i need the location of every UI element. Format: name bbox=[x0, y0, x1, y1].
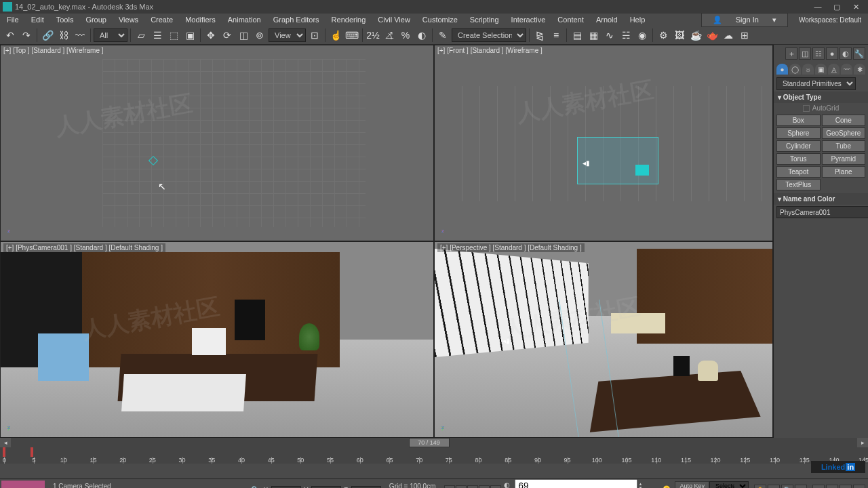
menu-help[interactable]: Help bbox=[625, 14, 651, 25]
menu-graph-editors[interactable]: Graph Editors bbox=[268, 14, 325, 25]
menu-tools[interactable]: Tools bbox=[51, 14, 79, 25]
autogrid-checkbox[interactable]: AutoGrid bbox=[774, 103, 868, 113]
menu-content[interactable]: Content bbox=[552, 14, 589, 25]
rotate-button[interactable]: ⟳ bbox=[220, 28, 235, 43]
primitive-geosphere-button[interactable]: GeoSphere bbox=[822, 127, 866, 139]
menu-file[interactable]: File bbox=[1, 14, 24, 25]
maximize-vp-icon[interactable]: ◫ bbox=[840, 485, 852, 489]
spinner-snap-button[interactable]: ◐ bbox=[414, 28, 429, 43]
pan-icon[interactable]: ✋ bbox=[754, 485, 766, 489]
viewport-persp-label[interactable]: [+] [Perspective ] [Standard ] [Default … bbox=[437, 243, 585, 252]
workspace-label[interactable]: Workspaces: Default bbox=[793, 15, 867, 25]
signin-button[interactable]: 👤 Sign In ▾ bbox=[701, 13, 788, 27]
manipulate-button[interactable]: ☝ bbox=[328, 28, 343, 43]
angle-snap-button[interactable]: ⦨ bbox=[382, 28, 397, 43]
y-input[interactable] bbox=[311, 486, 341, 489]
fov-icon[interactable]: ▱ bbox=[795, 485, 807, 489]
redo-button[interactable]: ↷ bbox=[19, 28, 34, 43]
placement-button[interactable]: ⊚ bbox=[252, 28, 267, 43]
align-button[interactable]: ≡ bbox=[549, 28, 564, 43]
key-big-button[interactable]: 🔑 bbox=[657, 481, 672, 489]
menu-animation[interactable]: Animation bbox=[222, 14, 267, 25]
zoom-all-icon[interactable]: ⊞ bbox=[826, 485, 838, 489]
curve-editor-button[interactable]: ∿ bbox=[602, 28, 617, 43]
rect-select-button[interactable]: ⬚ bbox=[166, 28, 181, 43]
cameras-tab-icon[interactable]: ▣ bbox=[815, 64, 827, 75]
keyboard-shortcut-button[interactable]: ⌨ bbox=[344, 28, 359, 43]
maximize-button[interactable]: ▢ bbox=[827, 0, 846, 14]
material-editor-button[interactable]: ◉ bbox=[635, 28, 650, 43]
menu-arnold[interactable]: Arnold bbox=[591, 14, 623, 25]
display-tab-icon[interactable]: ◐ bbox=[840, 47, 852, 60]
goto-start-button[interactable]: ⏮ bbox=[444, 485, 455, 489]
render-teapot-button[interactable]: 🫖 bbox=[705, 28, 719, 43]
viewport-front-label[interactable]: [+] [Front ] [Standard ] [Wireframe ] bbox=[437, 47, 542, 54]
current-frame-input[interactable] bbox=[515, 479, 637, 488]
mirror-button[interactable]: ⧎ bbox=[532, 28, 547, 43]
maxscript-color-bar[interactable] bbox=[1, 481, 45, 489]
primitive-tube-button[interactable]: Tube bbox=[822, 140, 866, 152]
menu-edit[interactable]: Edit bbox=[26, 14, 50, 25]
percent-snap-button[interactable]: % bbox=[398, 28, 413, 43]
render-frame-button[interactable]: 🖼 bbox=[672, 28, 687, 43]
zoom-icon[interactable]: 🔍 bbox=[781, 485, 793, 489]
bind-button[interactable]: 〰 bbox=[73, 28, 87, 43]
autokey-button[interactable]: Auto Key bbox=[675, 481, 709, 489]
viewport-top[interactable]: [+] [Top ] [Standard ] [Wireframe ] ↖ 人人… bbox=[0, 45, 434, 241]
hierarchy-tab-icon[interactable]: ☷ bbox=[812, 47, 825, 60]
key-mode-button[interactable]: ◐ bbox=[504, 481, 513, 489]
unlink-button[interactable]: ⛓ bbox=[56, 28, 71, 43]
viewport-camera[interactable]: [+] [PhysCamera001 ] [Standard ] [Defaul… bbox=[0, 241, 434, 438]
create-tab-icon[interactable]: ＋ bbox=[785, 47, 797, 60]
ref-coord-dropdown[interactable]: View bbox=[269, 28, 306, 42]
render-prod-button[interactable]: ☕ bbox=[688, 28, 703, 43]
menu-modifiers[interactable]: Modifiers bbox=[180, 14, 221, 25]
window-crossing-button[interactable]: ▣ bbox=[182, 28, 197, 43]
menu-interactive[interactable]: Interactive bbox=[506, 14, 551, 25]
menu-rendering[interactable]: Rendering bbox=[326, 14, 372, 25]
keyframe-mark-1[interactable] bbox=[31, 447, 33, 457]
scale-button[interactable]: ◫ bbox=[236, 28, 251, 43]
object-name-input[interactable] bbox=[776, 206, 868, 218]
primitive-box-button[interactable]: Box bbox=[776, 115, 821, 126]
render-grid-button[interactable]: ⊞ bbox=[737, 28, 752, 43]
lock-icon[interactable]: 🔒 bbox=[249, 485, 260, 489]
orbit-icon[interactable]: ⟲ bbox=[768, 485, 780, 489]
spacewarps-tab-icon[interactable]: 〰 bbox=[841, 64, 852, 75]
time-slider-track[interactable]: 70 / 149 bbox=[11, 438, 857, 447]
isolate-button[interactable]: ◈ bbox=[642, 481, 657, 489]
primitive-plane-button[interactable]: Plane bbox=[822, 166, 866, 178]
menu-create[interactable]: Create bbox=[145, 14, 178, 25]
motion-tab-icon[interactable]: ● bbox=[826, 47, 838, 60]
time-slider-back-button[interactable]: ◂ bbox=[0, 438, 11, 447]
close-button[interactable]: ✕ bbox=[846, 0, 865, 14]
select-by-name-button[interactable]: ☰ bbox=[150, 28, 165, 43]
play-button[interactable]: ▶ bbox=[467, 485, 478, 489]
viewport-perspective[interactable]: [+] [Perspective ] [Standard ] [Default … bbox=[434, 241, 773, 438]
minimize-button[interactable]: — bbox=[808, 0, 827, 14]
lights-tab-icon[interactable]: ☼ bbox=[802, 64, 814, 75]
time-ruler[interactable]: 0510152025303540455055606570758085909510… bbox=[0, 447, 868, 464]
menu-civil-view[interactable]: Civil View bbox=[372, 14, 415, 25]
prev-frame-button[interactable]: ◂◂ bbox=[456, 485, 467, 489]
layer-button[interactable]: ▤ bbox=[570, 28, 585, 43]
schematic-view-button[interactable]: ☵ bbox=[618, 28, 633, 43]
layer-explorer-button[interactable]: ▦ bbox=[586, 28, 601, 43]
geometry-tab-icon[interactable]: ● bbox=[776, 64, 788, 75]
viewport-top-label[interactable]: [+] [Top ] [Standard ] [Wireframe ] bbox=[3, 47, 104, 54]
time-slider-fwd-button[interactable]: ▸ bbox=[857, 438, 868, 447]
primitive-cylinder-button[interactable]: Cylinder bbox=[776, 140, 821, 152]
time-slider-handle[interactable]: 70 / 149 bbox=[409, 438, 450, 447]
primitive-teapot-button[interactable]: Teapot bbox=[776, 166, 821, 178]
menu-views[interactable]: Views bbox=[113, 14, 144, 25]
modify-tab-icon[interactable]: ◫ bbox=[799, 47, 811, 60]
keyframe-mark-0[interactable] bbox=[3, 447, 5, 457]
move-button[interactable]: ✥ bbox=[203, 28, 218, 43]
shapes-tab-icon[interactable]: ◯ bbox=[789, 64, 801, 75]
undo-button[interactable]: ↶ bbox=[3, 28, 18, 43]
zoom-extents-icon[interactable]: ⊡ bbox=[812, 485, 825, 489]
render-cloud-button[interactable]: ☁ bbox=[721, 28, 736, 43]
primitives-dropdown[interactable]: Standard Primitives bbox=[776, 77, 856, 90]
edit-named-sel-button[interactable]: ✎ bbox=[435, 28, 450, 43]
utilities-tab-icon[interactable]: 🔧 bbox=[853, 47, 865, 60]
